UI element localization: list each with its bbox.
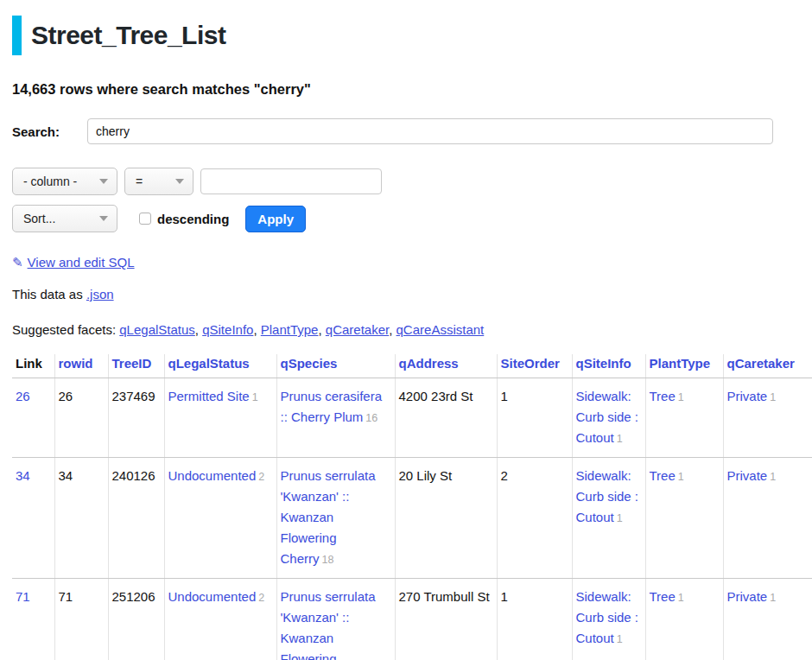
sort-select-value: Sort... (23, 212, 55, 225)
column-header-legal_status: qLegalStatus (164, 354, 276, 378)
facet-value-link[interactable]: Private (727, 589, 768, 604)
column-sort-link-site_order[interactable]: SiteOrder (501, 356, 560, 371)
cell-legal_status: Permitted Site1 (164, 378, 276, 458)
data-as-prefix: This data as (12, 287, 83, 301)
facet-value-link[interactable]: Prunus serrulata 'Kwanzan' :: Kwanzan Fl… (281, 468, 376, 566)
cell-link: 71 (12, 579, 54, 660)
row-count-summary: 14,663 rows where search matches "cherry… (12, 81, 800, 98)
cell-caretaker: Private1 (723, 378, 812, 458)
cell-species: Prunus serrulata 'Kwanzan' :: Kwanzan Fl… (276, 579, 395, 660)
chevron-down-icon (175, 179, 184, 184)
cell-link: 34 (12, 458, 54, 579)
cell-legal_status: Undocumented2 (164, 579, 276, 660)
facet-value-link[interactable]: Private (727, 468, 768, 483)
cell-address: 4200 23rd St (395, 378, 497, 458)
facet-count: 1 (617, 512, 623, 524)
cell-link: 26 (12, 378, 54, 458)
table-row: 7171251206Undocumented2Prunus serrulata … (12, 579, 812, 660)
facet-count: 1 (770, 592, 776, 604)
search-row: Search: (12, 118, 800, 144)
facet-value-link[interactable]: Tree (650, 589, 676, 604)
facet-count: 2 (258, 592, 264, 604)
operator-select-value: = (136, 175, 143, 188)
facet-count: 1 (617, 633, 623, 645)
facet-value-link[interactable]: Private (727, 389, 768, 403)
facet-count: 16 (365, 412, 377, 424)
facet-count: 1 (678, 592, 684, 604)
column-header-address: qAddress (395, 354, 497, 378)
column-sort-link-tree_id[interactable]: TreeID (112, 356, 152, 371)
operator-select[interactable]: = (124, 168, 193, 195)
search-label: Search: (12, 124, 87, 139)
cell-site_info: Sidewalk: Curb side : Cutout1 (572, 458, 645, 579)
column-header-site_info: qSiteInfo (572, 354, 645, 378)
table-row: 2626237469Permitted Site1Prunus cerasife… (12, 378, 812, 458)
column-sort-link-plant_type[interactable]: PlantType (650, 356, 711, 371)
facet-count: 1 (617, 433, 623, 445)
facet-link-qSiteInfo[interactable]: qSiteInfo (202, 322, 253, 337)
facet-count: 1 (770, 471, 776, 483)
table-row: 3434240126Undocumented2Prunus serrulata … (12, 458, 812, 579)
facets-row: Suggested facets: qLegalStatus, qSiteInf… (12, 322, 800, 337)
facet-count: 18 (322, 554, 334, 566)
descending-checkbox[interactable] (139, 213, 151, 225)
facet-link-qCareAssistant[interactable]: qCareAssistant (396, 322, 485, 337)
facet-value-link[interactable]: Sidewalk: Curb side : Cutout (576, 589, 639, 645)
sort-select[interactable]: Sort... (12, 205, 117, 232)
facets-prefix: Suggested facets: (12, 322, 116, 337)
cell-address: 270 Trumbull St (395, 579, 497, 660)
cell-caretaker: Private1 (723, 458, 812, 579)
cell-tree_id: 240126 (108, 458, 164, 579)
facet-value-link[interactable]: Tree (650, 389, 676, 403)
chevron-down-icon (99, 179, 108, 184)
cell-caretaker: Private1 (723, 579, 812, 660)
row-link[interactable]: 71 (16, 589, 30, 604)
cell-plant_type: Tree1 (645, 579, 723, 660)
chevron-down-icon (99, 216, 108, 221)
cell-address: 20 Lily St (395, 458, 497, 579)
facet-value-link[interactable]: Undocumented (168, 589, 257, 604)
column-select[interactable]: - column - (12, 168, 117, 195)
column-sort-link-caretaker[interactable]: qCaretaker (727, 356, 795, 371)
pencil-icon: ✎ (12, 255, 23, 270)
column-header-plant_type: PlantType (645, 354, 723, 378)
cell-species: Prunus serrulata 'Kwanzan' :: Kwanzan Fl… (276, 458, 395, 579)
facet-value-link[interactable]: Sidewalk: Curb side : Cutout (576, 468, 639, 524)
data-as-row: This data as .json (12, 287, 800, 301)
column-sort-link-address[interactable]: qAddress (399, 356, 459, 371)
facet-value-link[interactable]: Sidewalk: Curb side : Cutout (576, 389, 639, 445)
filter-row: - column - = (12, 168, 800, 195)
column-sort-link-legal_status[interactable]: qLegalStatus (168, 356, 250, 371)
facet-list: qLegalStatus, qSiteInfo, PlantType, qCar… (119, 322, 484, 337)
json-link[interactable]: .json (86, 287, 114, 301)
sort-row: Sort... descending Apply (12, 205, 800, 232)
facet-link-qLegalStatus[interactable]: qLegalStatus (119, 322, 195, 337)
column-sort-link-rowid[interactable]: rowid (59, 356, 93, 371)
facet-value-link[interactable]: Prunus serrulata 'Kwanzan' :: Kwanzan Fl… (281, 589, 376, 660)
cell-site_info: Sidewalk: Curb side : Cutout1 (572, 579, 645, 660)
facet-count: 1 (252, 391, 258, 403)
facet-value-link[interactable]: Permitted Site (168, 389, 250, 403)
apply-button[interactable]: Apply (245, 206, 306, 232)
facet-value-link[interactable]: Undocumented (168, 468, 257, 483)
column-header-site_order: SiteOrder (497, 354, 572, 378)
filter-value-input[interactable] (200, 168, 382, 194)
column-sort-link-site_info[interactable]: qSiteInfo (576, 356, 631, 371)
cell-site_order: 1 (497, 378, 572, 458)
search-input[interactable] (87, 118, 773, 144)
cell-legal_status: Undocumented2 (164, 458, 276, 579)
cell-species: Prunus cerasifera :: Cherry Plum16 (276, 378, 395, 458)
facet-link-qCaretaker[interactable]: qCaretaker (326, 322, 389, 337)
column-header-link: Link (12, 354, 54, 378)
results-table: LinkrowidTreeIDqLegalStatusqSpeciesqAddr… (12, 354, 812, 660)
row-link[interactable]: 26 (16, 389, 30, 403)
cell-rowid: 71 (54, 579, 108, 660)
column-sort-link-species[interactable]: qSpecies (281, 356, 338, 371)
row-link[interactable]: 34 (16, 468, 30, 483)
facet-link-PlantType[interactable]: PlantType (261, 322, 319, 337)
view-edit-sql-link[interactable]: View and edit SQL (28, 255, 135, 270)
column-select-value: - column - (23, 175, 77, 188)
sql-row: ✎View and edit SQL (12, 255, 800, 270)
facet-count: 1 (678, 391, 684, 403)
facet-value-link[interactable]: Tree (650, 468, 676, 483)
